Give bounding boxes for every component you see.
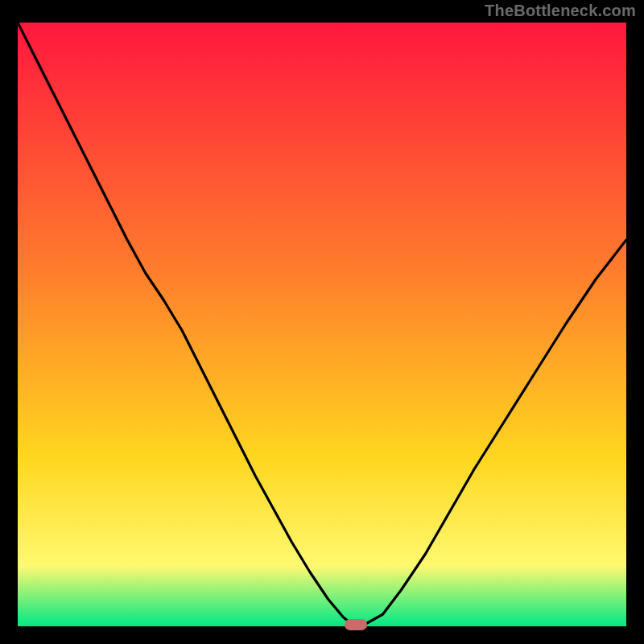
- optimum-marker: [345, 619, 367, 630]
- chart-frame: TheBottleneck.com: [0, 0, 644, 644]
- gradient-background: [18, 23, 626, 626]
- chart-svg: [18, 23, 626, 626]
- watermark-text: TheBottleneck.com: [485, 2, 636, 20]
- chart-plot-area: [18, 23, 626, 626]
